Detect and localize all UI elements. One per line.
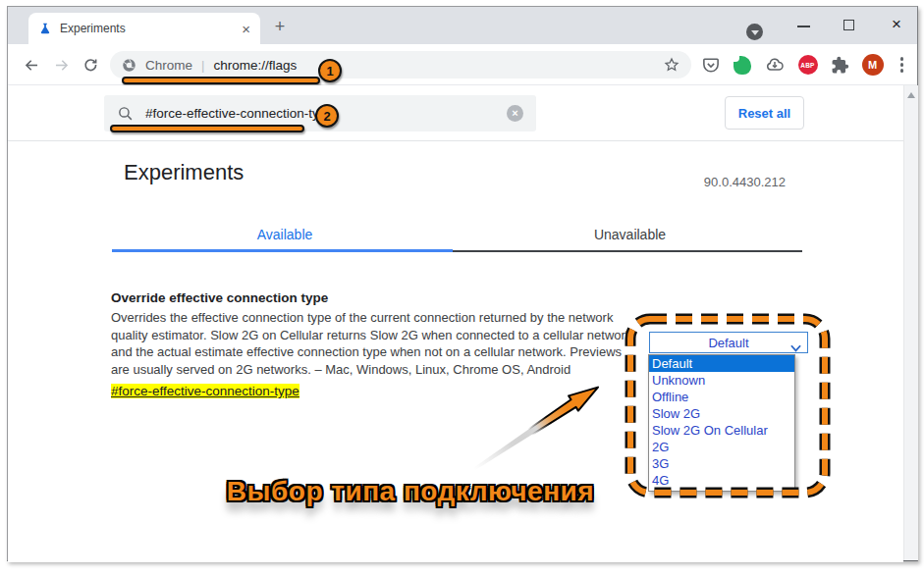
url-host: Chrome [145, 58, 192, 73]
tab-available[interactable]: Available [112, 227, 458, 242]
flag-permalink[interactable]: #force-effective-connection-type [111, 384, 299, 398]
tabs-divider-line [453, 250, 802, 252]
tab-experiments[interactable]: Experiments × [28, 13, 260, 44]
extensions-cluster: ABP M [701, 52, 908, 78]
forward-button[interactable] [49, 53, 73, 77]
maximize-button[interactable] [843, 20, 854, 30]
pocket-icon[interactable] [701, 56, 721, 75]
profile-avatar[interactable]: M [862, 54, 884, 76]
reset-all-button[interactable]: Reset all [725, 96, 804, 130]
browser-toolbar: Chrome | chrome://flags ABP M 1 [8, 44, 917, 85]
bookmark-star-icon[interactable] [664, 57, 679, 73]
evernote-icon[interactable] [734, 56, 751, 75]
flags-flask-icon [38, 22, 52, 35]
close-window-button[interactable]: × [887, 11, 906, 38]
tab-title: Experiments [60, 22, 242, 35]
reload-button[interactable] [79, 53, 102, 77]
chevron-down-icon [751, 30, 759, 35]
download-cloud-icon[interactable] [764, 55, 786, 75]
scroll-up-arrow-icon[interactable] [907, 92, 915, 98]
search-icon [117, 105, 134, 122]
flag-title: Override effective connection type [111, 290, 328, 305]
chrome-version: 90.0.4430.212 [704, 175, 786, 189]
minimize-button[interactable] [797, 26, 810, 27]
tab-unavailable[interactable]: Unavailable [458, 227, 802, 242]
adblock-plus-icon[interactable]: ABP [798, 55, 818, 75]
new-tab-button[interactable]: + [269, 16, 291, 37]
browser-window: Experiments × + × Chrome | chrome://flag… [7, 6, 918, 561]
annotation-underline-search [110, 125, 304, 132]
tab-close-icon[interactable]: × [242, 22, 250, 36]
tab-search-button[interactable] [746, 24, 763, 40]
annotation-dashed-frame [623, 311, 833, 500]
url-bar[interactable]: Chrome | chrome://flags [110, 51, 691, 79]
extensions-puzzle-icon[interactable] [831, 56, 849, 75]
tab-strip: Experiments × + × [8, 7, 917, 44]
clear-search-icon[interactable]: × [507, 105, 523, 122]
page-title: Experiments [124, 160, 244, 185]
available-tab-underline [112, 249, 453, 252]
chrome-logo-icon [122, 58, 136, 73]
annotation-underline-url [122, 77, 320, 84]
search-value: #force-effective-connection-type [145, 106, 334, 121]
flags-page-content: Experiments 90.0.4430.212 Available Unav… [8, 141, 903, 562]
annotation-caption: Выбор типа подключения [214, 476, 607, 507]
flags-page-header: #force-effective-connection-type × 2 Res… [8, 85, 917, 141]
annotation-badge-2: 2 [315, 104, 339, 128]
annotation-arrow [450, 368, 617, 481]
menu-kebab-icon[interactable] [897, 57, 908, 73]
url-separator: | [201, 58, 204, 73]
back-button[interactable] [20, 53, 43, 77]
annotation-badge-1: 1 [318, 59, 342, 82]
url-path: chrome://flags [213, 58, 297, 73]
page-scrollbar[interactable] [903, 85, 918, 560]
